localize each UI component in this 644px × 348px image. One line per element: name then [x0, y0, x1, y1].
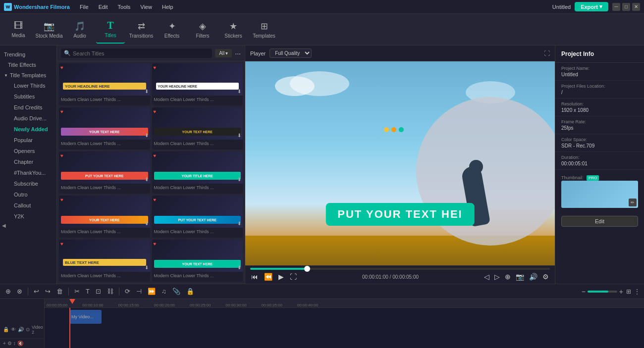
download-icon-5[interactable]: ⬇ [237, 177, 241, 182]
settings-player-button[interactable]: ⚙ [541, 272, 550, 282]
menu-edit[interactable]: Edit [95, 3, 112, 11]
title-card-3[interactable]: ♥ YOUR TEXT HERE ⬇ Modern Clean Lower Th… [152, 107, 243, 149]
add-marker-button[interactable]: ⊕ [504, 272, 512, 282]
sidebar-item-subtitles[interactable]: Subtitles [6, 91, 56, 102]
search-input[interactable] [73, 50, 209, 56]
track-audio-button[interactable]: 🔊 [18, 327, 24, 332]
title-card-2[interactable]: ♥ YOUR TEXT HERE ⬇ Modern Clean Lower Th… [59, 107, 150, 149]
more-timeline-button[interactable]: ⋮ [634, 288, 640, 295]
menu-tools[interactable]: Tools [114, 3, 135, 11]
quality-select[interactable]: Full Quality [269, 49, 312, 58]
tool-media[interactable]: 🎞 Media [4, 16, 33, 44]
sidebar-item-lower-thirds[interactable]: Lower Thirds [6, 80, 56, 91]
progress-handle[interactable] [304, 266, 310, 272]
collapse-panel-button[interactable]: ◀ [0, 223, 8, 228]
tool-audio[interactable]: 🎵 Audio [65, 16, 94, 44]
track-arrow-button[interactable]: ↕ [13, 341, 16, 346]
sidebar-item-chapter[interactable]: Chapter [6, 156, 56, 167]
prev-frame-button[interactable]: ◁ [483, 272, 490, 282]
menu-file[interactable]: File [76, 3, 93, 11]
sidebar-item-outro[interactable]: Outro [6, 189, 56, 200]
cut-button[interactable]: ✂ [73, 287, 81, 296]
undo-button[interactable]: ↩ [32, 287, 41, 296]
skip-back-button[interactable]: ⏮ [250, 272, 259, 282]
menu-view[interactable]: View [136, 3, 156, 11]
download-icon-6[interactable]: ⬇ [145, 221, 149, 226]
clip-button[interactable]: 📎 [171, 287, 182, 296]
tool-effects[interactable]: ✦ Effects [158, 16, 186, 44]
sidebar-item-callout[interactable]: Callout [6, 200, 56, 211]
edit-thumbnail-icon-button[interactable]: ✏ [629, 199, 637, 206]
title-card-9[interactable]: ♥ YOUR TEXT HERE ⬇ Modern Clean Lower Th… [152, 240, 243, 282]
video-clip-0[interactable]: My Video... [69, 310, 102, 324]
download-icon-4[interactable]: ⬇ [145, 177, 149, 182]
track-settings-button[interactable]: ⚙ [7, 341, 12, 346]
download-icon-1[interactable]: ⬇ [237, 89, 241, 94]
sidebar-item-audio-drive[interactable]: Audio Drive... [6, 113, 56, 124]
filter-button[interactable]: All ▾ [215, 49, 232, 57]
step-back-button[interactable]: ⏪ [263, 272, 273, 282]
progress-bar[interactable] [250, 268, 550, 270]
play-button[interactable]: ▶ [277, 272, 285, 282]
speed-button[interactable]: ⏩ [146, 287, 157, 296]
sidebar-item-end-credits[interactable]: End Credits [6, 102, 56, 113]
more-options-button[interactable]: ··· [235, 50, 241, 57]
edit-button[interactable]: Edit [561, 216, 638, 227]
grid-button[interactable]: ⊞ [626, 288, 631, 295]
tool-stock-media[interactable]: 📷 Stock Media [35, 16, 63, 44]
sidebar-section-title-templates[interactable]: ▼ Title Templates [0, 70, 56, 80]
download-icon-3[interactable]: ⬇ [237, 133, 241, 138]
title-card-4[interactable]: ♥ PUT YOUR TEXT HERE ⬇ Modern Clean Lowe… [59, 151, 150, 194]
track-lock-button[interactable]: 🔒 [3, 327, 9, 332]
menu-help[interactable]: Help [158, 3, 177, 11]
track-eye-button[interactable]: 👁 [11, 327, 16, 332]
tool-filters[interactable]: ◈ Filters [188, 16, 217, 44]
track-mute-button[interactable]: 🔇 [17, 341, 23, 346]
trim-button[interactable]: ⊣ [135, 287, 143, 296]
track-link-button[interactable]: ⊙ [26, 327, 30, 332]
fullscreen-player-button[interactable]: ⛶ [289, 272, 298, 282]
tool-stickers[interactable]: ★ Stickers [219, 16, 248, 44]
title-card-7[interactable]: ♥ PUT YOUR TEXT HERE ⬇ Modern Clean Lowe… [152, 196, 243, 238]
redo-button[interactable]: ↪ [44, 287, 52, 296]
download-icon-7[interactable]: ⬇ [237, 221, 241, 226]
delete-button[interactable]: 🗑 [55, 287, 64, 296]
title-card-1[interactable]: ♥ YOUR HEADLINE HERE ⬇ Modern Clean Lowe… [152, 63, 243, 105]
sidebar-item-trending[interactable]: Trending [0, 50, 56, 59]
fullscreen-icon[interactable]: ⛶ [544, 50, 550, 57]
lock-button[interactable]: 🔒 [185, 287, 196, 296]
tool-transitions[interactable]: ⇄ Transitions [127, 16, 156, 44]
zoom-slider[interactable] [588, 291, 617, 293]
tool-titles[interactable]: T Titles [96, 16, 125, 44]
zoom-out-button[interactable]: − [582, 288, 586, 296]
search-input-wrap[interactable]: 🔍 [61, 49, 212, 58]
zoom-in-button[interactable]: + [619, 288, 623, 296]
title-card-5[interactable]: ♥ YOUR TITLE HERE ⬇ Modern Clean Lower T… [152, 151, 243, 194]
sidebar-item-y2k[interactable]: Y2K [6, 211, 56, 222]
next-frame-button[interactable]: ▷ [493, 272, 501, 282]
ripple-button[interactable]: ⟳ [123, 287, 132, 296]
title-card-6[interactable]: ♥ YOUR TEXT HERE ⬇ Modern Clean Lower Th… [59, 196, 150, 238]
timeline-cursor[interactable] [69, 308, 70, 348]
download-icon-9[interactable]: ⬇ [237, 265, 241, 270]
sidebar-item-popular[interactable]: Popular [6, 135, 56, 146]
sidebar-item-thankyou[interactable]: #ThankYou... [6, 167, 56, 178]
close-button[interactable]: ✕ [632, 3, 640, 11]
snapshot-button[interactable]: 📷 [515, 272, 525, 282]
sidebar-item-newly-added[interactable]: Newly Added [6, 124, 56, 135]
add-track-button[interactable]: ⊕ [4, 287, 12, 296]
download-icon-8[interactable]: ⬇ [145, 265, 149, 270]
tool-templates[interactable]: ⊞ Templates [250, 16, 278, 44]
connect-button[interactable]: ⛓ [106, 287, 115, 296]
minimize-button[interactable]: ─ [612, 3, 620, 11]
magnet-button[interactable]: ⊗ [15, 287, 24, 296]
sidebar-item-title-effects[interactable]: Title Effects [0, 59, 56, 70]
title-card-0[interactable]: ♥ YOUR HEADLINE HERE ⬇ Modern Clean Lowe… [59, 63, 150, 105]
audio-button[interactable]: 🔊 [528, 272, 538, 282]
download-icon-0[interactable]: ⬇ [145, 89, 149, 94]
export-button[interactable]: Export ▾ [575, 2, 608, 11]
add-track-left-button[interactable]: + [3, 341, 6, 346]
crop-button[interactable]: ⊡ [94, 287, 103, 296]
sidebar-item-openers[interactable]: Openers [6, 146, 56, 156]
text-button[interactable]: T [84, 287, 91, 296]
